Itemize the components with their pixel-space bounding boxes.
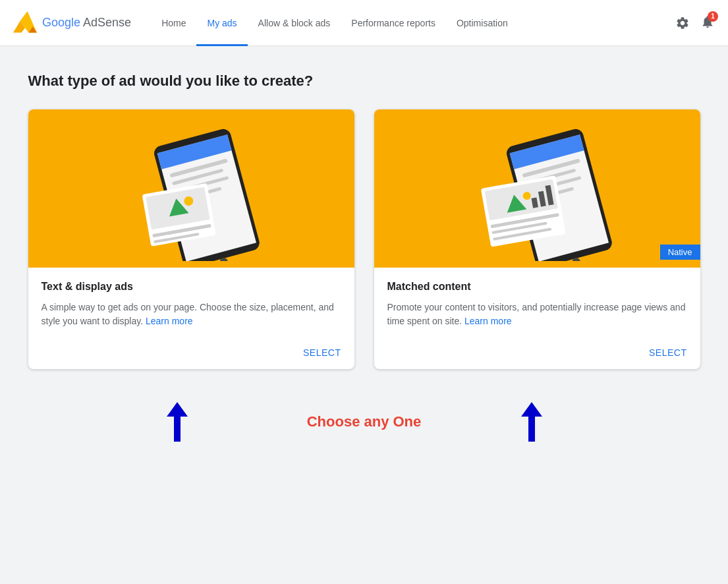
text-display-card[interactable]: Text & display ads A simple way to get a… — [28, 109, 354, 369]
matched-content-illustration — [438, 116, 636, 261]
header: Google AdSense Home My ads Allow & block… — [0, 0, 728, 46]
arrow-left — [167, 402, 188, 442]
text-display-illustration — [92, 116, 290, 261]
notification-badge: 1 — [708, 11, 718, 22]
matched-content-card-title: Matched content — [387, 281, 687, 293]
arrow-right — [521, 402, 542, 442]
matched-content-learn-more[interactable]: Learn more — [464, 316, 512, 326]
matched-content-card-desc: Promote your content to visitors, and po… — [387, 301, 687, 328]
matched-content-card[interactable]: Native Matched content Promote your cont… — [374, 109, 700, 369]
matched-content-card-body: Matched content Promote your content to … — [374, 268, 700, 341]
text-display-card-desc: A simple way to get ads on your page. Ch… — [42, 301, 341, 328]
choose-any-one-text: Choose any One — [307, 413, 422, 430]
main-content: What type of ad would you like to create… — [15, 46, 714, 461]
arrow-up-left-icon — [167, 402, 188, 417]
logo-area: Google AdSense — [13, 11, 131, 35]
page-title: What type of ad would you like to create… — [28, 73, 700, 90]
settings-icon[interactable] — [675, 16, 690, 30]
nav-my-ads[interactable]: My ads — [196, 0, 247, 46]
text-display-select-button[interactable]: SELECT — [303, 347, 341, 358]
notifications-bell[interactable]: 1 — [700, 15, 715, 32]
text-display-learn-more[interactable]: Learn more — [146, 316, 193, 326]
matched-content-select-button[interactable]: SELECT — [649, 347, 686, 358]
arrow-shaft-right — [528, 417, 535, 442]
arrow-shaft-left — [174, 417, 181, 442]
nav-optimisation[interactable]: Optimisation — [446, 0, 518, 46]
main-nav: Home My ads Allow & block ads Performanc… — [151, 0, 675, 46]
nav-allow-block-ads[interactable]: Allow & block ads — [248, 0, 341, 46]
text-display-card-footer: SELECT — [28, 341, 354, 369]
instruction-area: Choose any One — [28, 395, 700, 448]
arrow-up-right-icon — [521, 402, 542, 417]
native-badge: Native — [660, 245, 700, 260]
text-display-card-body: Text & display ads A simple way to get a… — [28, 268, 354, 341]
header-right: 1 — [675, 15, 715, 32]
text-display-card-image — [28, 109, 354, 268]
adsense-logo-icon — [13, 11, 37, 35]
matched-content-card-footer: SELECT — [374, 341, 700, 369]
text-display-card-title: Text & display ads — [42, 281, 341, 293]
nav-home[interactable]: Home — [151, 0, 196, 46]
matched-content-card-image: Native — [374, 109, 700, 268]
nav-performance-reports[interactable]: Performance reports — [341, 0, 446, 46]
logo-text: Google AdSense — [42, 16, 131, 30]
ad-type-cards: Text & display ads A simple way to get a… — [28, 109, 700, 369]
